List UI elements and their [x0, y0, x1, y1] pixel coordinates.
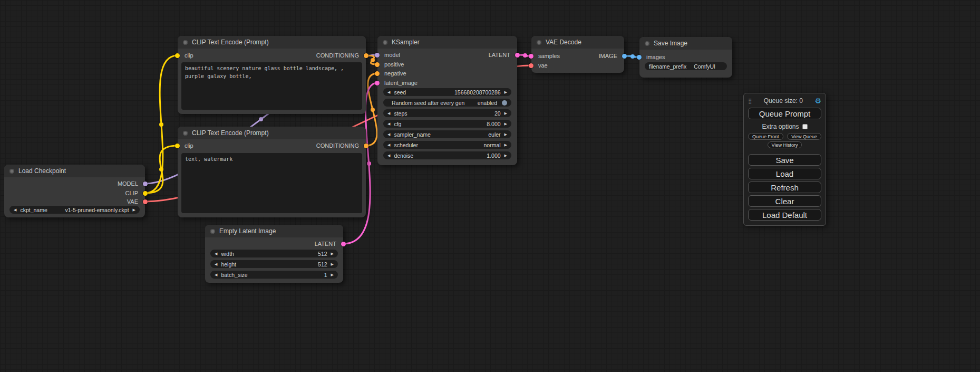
- increment-arrow-icon[interactable]: ▶: [504, 141, 507, 149]
- increment-arrow-icon[interactable]: ▶: [504, 120, 507, 128]
- toggle-knob-icon[interactable]: [502, 100, 507, 106]
- widget-value: 8.000: [487, 121, 500, 127]
- output-port-image[interactable]: [622, 54, 627, 59]
- queue-front-button[interactable]: Queue Front: [748, 133, 783, 140]
- node-title: KSampler: [392, 39, 420, 46]
- node-titlebar[interactable]: CLIP Text Encode (Prompt): [178, 36, 366, 49]
- input-port-clip[interactable]: [175, 53, 180, 58]
- output-port-vae[interactable]: [143, 199, 148, 204]
- increment-arrow-icon[interactable]: ▶: [504, 130, 507, 138]
- input-port-samples[interactable]: [529, 54, 533, 59]
- view-history-row: View History: [748, 141, 821, 148]
- prompt-textarea[interactable]: text, watermark: [181, 153, 362, 213]
- node-titlebar[interactable]: Empty Latent Image: [205, 225, 343, 237]
- output-port-clip[interactable]: [143, 191, 148, 196]
- prompt-textarea[interactable]: beautiful scenery nature glass bottle la…: [181, 62, 362, 110]
- increment-arrow-icon[interactable]: ▶: [504, 88, 507, 96]
- input-port-model[interactable]: [375, 53, 380, 58]
- save-button[interactable]: Save: [748, 154, 821, 166]
- widget-label: ckpt_name: [20, 207, 47, 213]
- decrement-arrow-icon[interactable]: ◀: [215, 260, 217, 268]
- node-load-checkpoint[interactable]: Load Checkpoint MODEL CLIP VAE ◀ ckpt_na…: [4, 165, 145, 217]
- view-queue-button[interactable]: View Queue: [787, 133, 821, 140]
- cfg-widget[interactable]: ◀ cfg 8.000 ▶: [383, 120, 511, 128]
- seed-widget[interactable]: ◀ seed 156680208700286 ▶: [383, 88, 511, 96]
- increment-arrow-icon[interactable]: ▶: [504, 109, 507, 117]
- collapse-dot-icon[interactable]: [183, 131, 188, 136]
- increment-arrow-icon[interactable]: ▶: [331, 271, 334, 279]
- sampler-name-widget[interactable]: ◀ sampler_name euler ▶: [383, 130, 511, 138]
- input-port-negative[interactable]: [375, 71, 380, 76]
- input-port-images[interactable]: [637, 55, 642, 60]
- load-default-button[interactable]: Load Default: [748, 209, 821, 221]
- height-widget[interactable]: ◀ height 512 ▶: [210, 260, 338, 268]
- node-titlebar[interactable]: Save Image: [639, 37, 732, 50]
- increment-arrow-icon[interactable]: ▶: [504, 151, 507, 159]
- output-port-model[interactable]: [143, 182, 148, 186]
- extra-options-checkbox[interactable]: [802, 124, 808, 129]
- increment-arrow-icon[interactable]: ▶: [331, 260, 334, 268]
- denoise-widget[interactable]: ◀ denoise 1.000 ▶: [383, 151, 511, 159]
- decrement-arrow-icon[interactable]: ◀: [387, 109, 390, 117]
- wire-image-midpoint-dot: [630, 54, 635, 59]
- filename-prefix-widget[interactable]: filename_prefix ComfyUI: [645, 62, 727, 70]
- decrement-arrow-icon[interactable]: ◀: [14, 206, 16, 214]
- random-seed-toggle-widget[interactable]: Random seed after every gen enabled: [383, 99, 511, 107]
- drag-handle-icon[interactable]: ⣿: [748, 98, 752, 104]
- node-titlebar[interactable]: KSampler: [377, 36, 517, 49]
- node-clip-text-encode-negative[interactable]: CLIP Text Encode (Prompt) clip CONDITION…: [178, 127, 366, 217]
- node-graph-canvas[interactable]: Load Checkpoint MODEL CLIP VAE ◀ ckpt_na…: [0, 0, 980, 372]
- decrement-arrow-icon[interactable]: ◀: [387, 130, 390, 138]
- wire-model-midpoint-dot: [259, 117, 263, 121]
- node-empty-latent-image[interactable]: Empty Latent Image LATENT ◀ width 512 ▶ …: [205, 225, 343, 283]
- width-widget[interactable]: ◀ width 512 ▶: [210, 250, 338, 257]
- output-port-conditioning[interactable]: [364, 144, 368, 148]
- collapse-dot-icon[interactable]: [537, 40, 541, 45]
- queue-prompt-button[interactable]: Queue Prompt: [748, 108, 821, 119]
- view-history-button[interactable]: View History: [768, 141, 802, 148]
- collapse-dot-icon[interactable]: [383, 40, 387, 45]
- node-vae-decode[interactable]: VAE Decode samples vae IMAGE: [531, 36, 624, 73]
- node-ksampler[interactable]: KSampler model positive negative latent_…: [377, 36, 517, 165]
- increment-arrow-icon[interactable]: ▶: [133, 206, 135, 214]
- collapse-dot-icon[interactable]: [210, 229, 215, 234]
- decrement-arrow-icon[interactable]: ◀: [387, 151, 390, 159]
- output-port-latent[interactable]: [515, 53, 520, 58]
- decrement-arrow-icon[interactable]: ◀: [215, 271, 217, 279]
- node-titlebar[interactable]: VAE Decode: [531, 36, 624, 49]
- ckpt-name-widget[interactable]: ◀ ckpt_name v1-5-pruned-emaonly.ckpt ▶: [9, 206, 140, 214]
- clear-button[interactable]: Clear: [748, 195, 821, 207]
- node-save-image[interactable]: Save Image images filename_prefix ComfyU…: [639, 37, 732, 78]
- batch-size-widget[interactable]: ◀ batch_size 1 ▶: [210, 271, 338, 279]
- refresh-button[interactable]: Refresh: [748, 182, 821, 193]
- decrement-arrow-icon[interactable]: ◀: [387, 88, 390, 96]
- output-port-conditioning[interactable]: [364, 53, 368, 58]
- input-port-positive[interactable]: [375, 62, 380, 67]
- wire-conditioning-positive-midpoint-dot: [371, 58, 375, 62]
- output-port-latent[interactable]: [341, 242, 346, 246]
- collapse-dot-icon[interactable]: [9, 169, 14, 174]
- decrement-arrow-icon[interactable]: ◀: [387, 141, 390, 149]
- input-port-vae[interactable]: [529, 63, 533, 68]
- load-button[interactable]: Load: [748, 168, 821, 179]
- node-title: Load Checkpoint: [18, 167, 66, 175]
- input-port-clip[interactable]: [175, 144, 180, 148]
- node-titlebar[interactable]: CLIP Text Encode (Prompt): [178, 127, 366, 139]
- node-clip-text-encode-positive[interactable]: CLIP Text Encode (Prompt) clip CONDITION…: [178, 36, 366, 114]
- wire-latent-output-midpoint-dot: [523, 53, 527, 58]
- node-title: CLIP Text Encode (Prompt): [192, 129, 269, 137]
- steps-widget[interactable]: ◀ steps 20 ▶: [383, 109, 511, 117]
- node-title: Save Image: [654, 40, 687, 47]
- scheduler-widget[interactable]: ◀ scheduler normal ▶: [383, 141, 511, 149]
- decrement-arrow-icon[interactable]: ◀: [215, 250, 217, 257]
- input-port-latent-image[interactable]: [375, 81, 380, 85]
- collapse-dot-icon[interactable]: [645, 41, 649, 46]
- node-titlebar[interactable]: Load Checkpoint: [4, 165, 145, 177]
- widget-label: Random seed after every gen: [392, 100, 464, 106]
- widget-value: v1-5-pruned-emaonly.ckpt: [65, 207, 129, 213]
- settings-gear-icon[interactable]: ⚙: [814, 97, 821, 104]
- collapse-dot-icon[interactable]: [183, 40, 188, 45]
- decrement-arrow-icon[interactable]: ◀: [387, 120, 390, 128]
- increment-arrow-icon[interactable]: ▶: [331, 250, 334, 257]
- queue-size-label: Queue size: 0: [752, 97, 814, 104]
